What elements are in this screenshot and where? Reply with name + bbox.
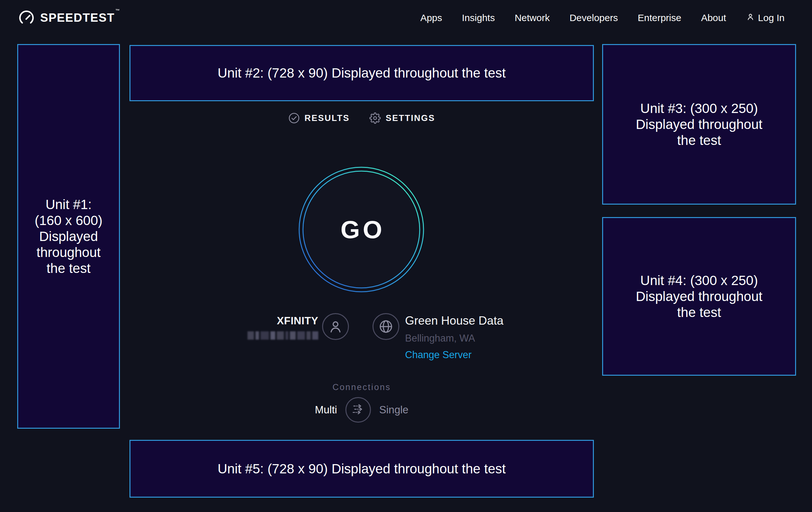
ad-unit-3-rectangle[interactable]: Unit #3: (300 x 250) Displayed throughou… bbox=[602, 44, 796, 205]
nav-item-network[interactable]: Network bbox=[515, 12, 550, 23]
tab-results[interactable]: RESULTS bbox=[288, 112, 350, 124]
server-block: Green House Data Bellingham, WA Change S… bbox=[405, 314, 503, 361]
ad-unit-2-text: Unit #2: (728 x 90) Displayed throughout… bbox=[218, 65, 506, 81]
provider-person-icon bbox=[322, 313, 349, 340]
server-location: Bellingham, WA bbox=[405, 332, 503, 344]
user-icon bbox=[746, 12, 755, 24]
tab-settings-label: SETTINGS bbox=[385, 113, 435, 123]
speedtest-page: SPEEDTEST™ Apps Insights Network Develop… bbox=[0, 0, 812, 512]
provider-ip-redacted bbox=[210, 331, 318, 340]
nav-item-apps[interactable]: Apps bbox=[420, 12, 442, 23]
top-nav-bar: SPEEDTEST™ Apps Insights Network Develop… bbox=[0, 0, 812, 36]
ad-unit-3-text: Unit #3: (300 x 250) Displayed throughou… bbox=[636, 101, 762, 149]
ad-unit-5-text: Unit #5: (728 x 90) Displayed throughout… bbox=[218, 461, 506, 477]
logo-wordmark: SPEEDTEST™ bbox=[40, 11, 120, 25]
check-circle-icon bbox=[288, 112, 300, 124]
change-server-link[interactable]: Change Server bbox=[405, 349, 503, 361]
nav-item-about[interactable]: About bbox=[701, 12, 726, 23]
trademark-mark: ™ bbox=[115, 8, 121, 13]
connections-multi-option[interactable]: Multi bbox=[315, 404, 337, 416]
ad-unit-1-text: Unit #1: (160 x 600) Displayed throughou… bbox=[35, 197, 103, 276]
server-globe-icon bbox=[373, 313, 399, 340]
speedtest-logo[interactable]: SPEEDTEST™ bbox=[18, 0, 120, 36]
server-name: Green House Data bbox=[405, 314, 503, 327]
provider-name: XFINITY bbox=[210, 315, 318, 327]
nav-item-insights[interactable]: Insights bbox=[462, 12, 495, 23]
ad-unit-4-rectangle[interactable]: Unit #4: (300 x 250) Displayed throughou… bbox=[602, 217, 796, 376]
login-button[interactable]: Log In bbox=[746, 12, 785, 24]
results-settings-tabs: RESULTS SETTINGS bbox=[129, 112, 594, 124]
multi-connection-arrows-icon bbox=[351, 402, 366, 418]
ad-unit-2-leaderboard[interactable]: Unit #2: (728 x 90) Displayed throughout… bbox=[129, 45, 594, 101]
tab-results-label: RESULTS bbox=[304, 113, 350, 123]
main-nav: Apps Insights Network Developers Enterpr… bbox=[420, 0, 785, 36]
login-label: Log In bbox=[758, 12, 785, 23]
connections-row: Multi Single bbox=[129, 397, 594, 423]
connections-single-option[interactable]: Single bbox=[379, 404, 409, 416]
tab-settings[interactable]: SETTINGS bbox=[369, 112, 435, 124]
provider-block: XFINITY bbox=[210, 315, 318, 340]
go-button[interactable]: GO bbox=[298, 166, 425, 293]
connections-toggle[interactable] bbox=[345, 397, 371, 423]
nav-item-developers[interactable]: Developers bbox=[570, 12, 618, 23]
go-button-label: GO bbox=[298, 166, 425, 293]
ad-unit-1-skyscraper[interactable]: Unit #1: (160 x 600) Displayed throughou… bbox=[17, 44, 120, 429]
connections-label: Connections bbox=[129, 382, 594, 392]
ad-unit-5-leaderboard[interactable]: Unit #5: (728 x 90) Displayed throughout… bbox=[129, 440, 594, 497]
nav-item-enterprise[interactable]: Enterprise bbox=[638, 12, 681, 23]
ad-unit-4-text: Unit #4: (300 x 250) Displayed throughou… bbox=[636, 273, 762, 321]
gear-icon bbox=[369, 112, 381, 124]
gauge-icon bbox=[18, 9, 35, 26]
